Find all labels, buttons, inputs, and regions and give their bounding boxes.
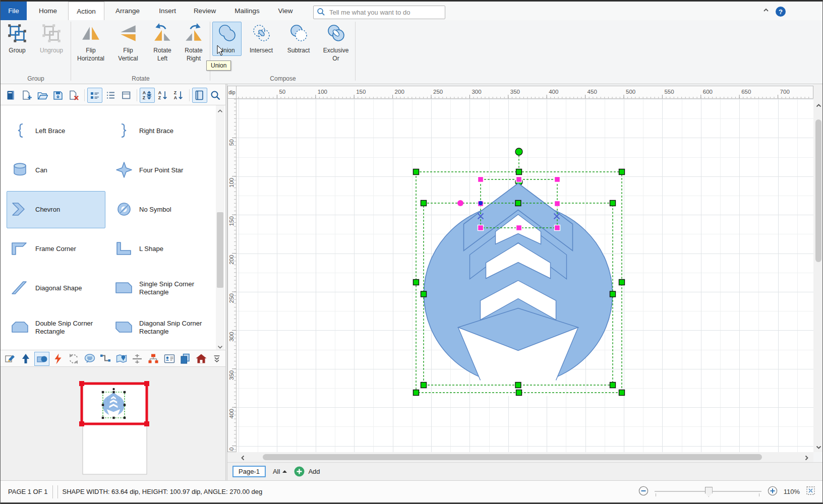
search-input[interactable] — [328, 8, 442, 17]
zoom-out-icon[interactable] — [638, 486, 649, 497]
arrow-up-icon[interactable] — [19, 352, 34, 366]
ribbon-button-label: Rotate Left — [150, 46, 175, 62]
shape-item-left-brace[interactable]: Left Brace — [7, 112, 105, 150]
shape-item-l-shape[interactable]: L Shape — [110, 230, 209, 268]
sort-az-icon[interactable]: AZ — [155, 88, 170, 103]
shape-item-chevron[interactable]: Chevron — [7, 191, 105, 228]
scroll-down-icon[interactable] — [217, 343, 223, 351]
shape-item-right-brace[interactable]: Right Brace — [110, 112, 209, 150]
shapes-icon[interactable] — [34, 352, 49, 366]
page-thumbnail[interactable] — [1, 367, 225, 480]
frame-corner-shape-icon — [10, 240, 30, 258]
menu-tab-mailings[interactable]: Mailings — [225, 2, 269, 20]
page-filter-dropdown[interactable]: All — [273, 468, 287, 475]
book-icon[interactable] — [192, 88, 207, 103]
zoom-in-icon[interactable] — [768, 486, 778, 497]
scrollbar-thumb[interactable] — [263, 454, 762, 460]
ribbon-button-exclusive-or[interactable]: Exclusive Or — [318, 22, 354, 64]
shape-item-diagonal-snip-corner-rectangle[interactable]: Diagonal Snip Corner Rectangle — [110, 309, 209, 346]
comment-icon[interactable] — [82, 352, 97, 366]
svg-text:150: 150 — [228, 216, 234, 226]
scroll-up-icon[interactable] — [217, 107, 223, 115]
view-list-icon[interactable] — [103, 88, 118, 103]
ribbon-button-group[interactable]: Group — [3, 22, 32, 56]
scroll-up-icon[interactable] — [816, 102, 821, 109]
menu-tab-review[interactable]: Review — [185, 2, 224, 20]
menu-tab-file[interactable]: File — [1, 2, 27, 20]
ribbon-button-ungroup[interactable]: Ungroup — [34, 22, 69, 56]
horizontal-scrollbar[interactable] — [227, 452, 813, 462]
page-tab[interactable]: Page-1 — [232, 466, 266, 477]
ribbon-button-flip-horizontal[interactable]: Flip Horizontal — [73, 22, 108, 64]
zoom-slider-thumb[interactable] — [705, 487, 713, 497]
selected-shape-group[interactable] — [424, 183, 613, 396]
svg-text:300: 300 — [472, 89, 481, 95]
search-icon[interactable] — [208, 88, 223, 103]
shape-list-scrollbar[interactable] — [216, 105, 224, 350]
drawing-content[interactable] — [237, 99, 813, 452]
menu-tab-insert[interactable]: Insert — [151, 2, 184, 20]
shape-item-can[interactable]: Can — [7, 152, 105, 189]
help-icon[interactable]: ? — [775, 6, 786, 19]
refresh-icon[interactable] — [66, 352, 81, 366]
menu-tab-view[interactable]: View — [270, 2, 301, 20]
subshape-rotation-handle[interactable] — [457, 200, 463, 206]
shape-item-label: Double Snip Corner Rectangle — [35, 320, 105, 336]
ribbon-button-label: Rotate Right — [181, 46, 206, 62]
folder-open-icon[interactable] — [35, 88, 50, 103]
view-details-icon[interactable] — [87, 88, 102, 103]
map-pin-icon[interactable] — [114, 352, 129, 366]
zoom-slider[interactable] — [655, 486, 761, 496]
rotation-handle[interactable] — [515, 148, 522, 155]
divider-icon[interactable] — [130, 352, 145, 366]
menu-tab-home[interactable]: Home — [29, 2, 67, 20]
vertical-ruler: 50100150200250300350400450 — [227, 99, 237, 452]
svg-text:300: 300 — [228, 332, 234, 341]
orgchart-icon[interactable] — [146, 352, 161, 366]
pencil-icon[interactable] — [3, 352, 18, 366]
book-filled-icon[interactable] — [4, 88, 19, 103]
menu-tab-arrange[interactable]: Arrange — [105, 2, 150, 20]
shape-item-no-symbol[interactable]: No Symbol — [110, 191, 209, 228]
sort-za-icon[interactable]: ZA — [171, 88, 186, 103]
scroll-down-icon[interactable] — [816, 444, 821, 451]
shape-item-label: No Symbol — [139, 206, 171, 214]
shape-item-four-point-star[interactable]: Four Point Star — [110, 152, 209, 189]
mouse-cursor — [217, 45, 225, 58]
scrollbar-thumb[interactable] — [815, 119, 821, 262]
shape-item-frame-corner[interactable]: Frame Corner — [7, 230, 105, 268]
dbl-down-icon[interactable] — [210, 352, 225, 366]
connector-icon[interactable] — [98, 352, 113, 366]
sort-azx-icon[interactable]: AZ — [140, 88, 155, 103]
scrollbar-thumb[interactable] — [217, 212, 223, 288]
scroll-right-icon[interactable] — [804, 455, 809, 462]
scroll-left-icon[interactable] — [241, 455, 245, 462]
svg-text:250: 250 — [228, 293, 234, 303]
copy-icon[interactable] — [178, 352, 193, 366]
doc-new-icon[interactable] — [19, 88, 34, 103]
snip1-shape-icon — [114, 280, 134, 297]
home-icon[interactable] — [194, 352, 209, 366]
search-box[interactable] — [313, 6, 445, 19]
ribbon-button-label: Ungroup — [40, 46, 63, 54]
menu-tab-action[interactable]: Action — [68, 2, 104, 20]
svg-text:100: 100 — [228, 178, 234, 187]
shape-item-single-snip-corner-rectangle[interactable]: Single Snip Corner Rectangle — [110, 270, 209, 307]
fit-page-icon[interactable] — [806, 486, 815, 497]
view-single-icon[interactable] — [119, 88, 134, 103]
ribbon-button-flip-vertical[interactable]: Flip Vertical — [110, 22, 146, 64]
ribbon-button-rotate-left[interactable]: Rotate Left — [148, 22, 177, 64]
shape-item-diagonal-shape[interactable]: Diagonal Shape — [7, 270, 105, 307]
ribbon-button-rotate-right[interactable]: Rotate Right — [179, 22, 208, 64]
svg-text:Z: Z — [174, 90, 177, 95]
bolt-icon[interactable] — [50, 352, 66, 366]
ribbon-button-subtract[interactable]: Subtract — [281, 22, 316, 56]
add-page-button[interactable]: Add — [294, 466, 320, 477]
vertical-scrollbar[interactable] — [813, 84, 823, 452]
doc-del-icon[interactable] — [66, 88, 81, 103]
collapse-ribbon-icon[interactable] — [759, 7, 773, 17]
contact-icon[interactable] — [162, 352, 177, 366]
ribbon-button-intersect[interactable]: Intersect — [244, 22, 279, 56]
save-icon[interactable] — [50, 88, 66, 103]
shape-item-double-snip-corner-rectangle[interactable]: Double Snip Corner Rectangle — [7, 309, 105, 346]
